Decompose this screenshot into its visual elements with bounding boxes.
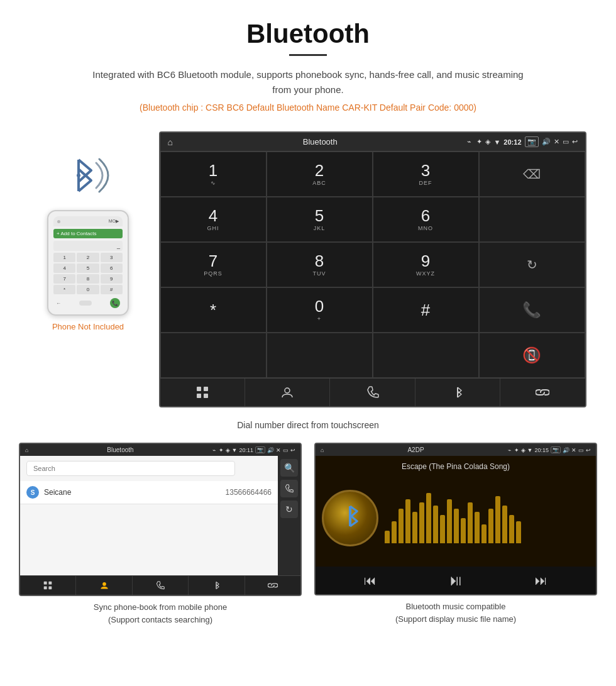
dial-status-bar: ⌂ Bluetooth ⌁ ✦ ◈ ▼ 20:12 📷 🔊 ✕ ▭ ↩ [160, 133, 585, 151]
viz-bar [468, 502, 473, 543]
dial-key-0[interactable]: 0 + [267, 287, 373, 333]
phone-key-6[interactable]: 6 [101, 263, 123, 273]
toolbar-phone-btn[interactable] [330, 379, 415, 406]
viz-bar [475, 512, 480, 543]
dial-key-6[interactable]: 6 MNO [373, 197, 479, 242]
phone-key-2[interactable]: 2 [77, 253, 99, 262]
dial-key-7[interactable]: 7 PQRS [160, 242, 267, 287]
music-caption: Bluetooth music compatible (Support disp… [389, 595, 522, 625]
dial-key-5[interactable]: 5 JKL [267, 197, 373, 242]
music-cam-icon[interactable]: 📷 [551, 446, 561, 453]
pb-home-icon[interactable]: ⌂ [25, 447, 28, 453]
phone-key-0[interactable]: 0 [77, 285, 99, 294]
toolbar-bluetooth-btn[interactable] [415, 379, 500, 406]
phone-key-4[interactable]: 4 [53, 263, 75, 273]
pb-contact-entry[interactable]: S Seicane 13566664466 [20, 481, 278, 504]
music-win-icon[interactable]: ▭ [578, 447, 584, 453]
close-x-icon[interactable]: ✕ [554, 138, 559, 146]
viz-bar [433, 506, 438, 543]
pb-search-input[interactable] [26, 461, 235, 476]
phone-home-btn[interactable] [79, 301, 92, 306]
phone-key-1[interactable]: 1 [53, 253, 75, 262]
dial-key-3[interactable]: 3 DEF [373, 152, 479, 197]
pb-cam-icon[interactable]: 📷 [255, 446, 265, 453]
phone-key-3[interactable]: 3 [101, 253, 123, 262]
dial-call-btn[interactable]: 📞 [479, 287, 585, 333]
pb-refresh-btn[interactable]: ↻ [280, 501, 298, 518]
home-icon[interactable]: ⌂ [168, 137, 173, 147]
phone-key-hash[interactable]: # [101, 285, 123, 294]
dial-end-call-btn[interactable]: 📵 [479, 333, 585, 378]
phone-back-btn[interactable]: ← [56, 301, 61, 306]
phonebook-list: S Seicane 13566664466 [20, 456, 278, 575]
pb-x-icon[interactable]: ✕ [276, 447, 281, 453]
svg-rect-3 [204, 387, 208, 391]
svg-rect-5 [204, 394, 208, 398]
dial-key-star[interactable]: * [160, 287, 267, 333]
pb-win-icon[interactable]: ▭ [283, 447, 289, 453]
volume-icon[interactable]: 🔊 [542, 138, 551, 146]
dial-key-1[interactable]: 1 ∿ [160, 152, 267, 197]
toolbar-grid-btn[interactable] [160, 379, 245, 406]
viz-bar [426, 493, 431, 543]
back-arrow-icon[interactable]: ↩ [572, 138, 578, 146]
viz-bar [405, 499, 410, 543]
pb-title: Bluetooth [31, 446, 209, 453]
pb-tb-phone[interactable] [133, 576, 189, 595]
music-x-icon[interactable]: ✕ [571, 447, 576, 453]
status-time: 20:12 [503, 138, 521, 146]
pb-search-btn[interactable]: 🔍 [280, 459, 298, 477]
pb-status-bar: ⌂ Bluetooth ⌁ ✦ ◈ ▼ 20:11 📷 🔊 ✕ ▭ ↩ [20, 444, 300, 456]
pb-caption-line2: (Support contacts searching) [108, 615, 212, 624]
signal-icon: ▼ [493, 138, 500, 146]
bt-status-icon: ✦ [476, 138, 482, 146]
music-time: 20:15 [534, 447, 549, 453]
music-next-btn[interactable]: ⏭ [535, 573, 547, 588]
phone-call-btn[interactable]: 📞 [110, 298, 120, 308]
dial-key-9[interactable]: 9 WXYZ [373, 242, 479, 287]
dial-backspace-btn[interactable]: ⌫ [479, 152, 585, 197]
phone-key-star[interactable]: * [53, 285, 75, 294]
dial-key-2[interactable]: 2 ABC [267, 152, 373, 197]
dial-refresh-btn[interactable]: ↻ [479, 242, 585, 287]
dial-key-hash[interactable]: # [373, 287, 479, 333]
pb-back-icon[interactable]: ↩ [290, 447, 295, 453]
phone-key-7[interactable]: 7 [53, 274, 75, 284]
pb-tb-person[interactable] [76, 576, 132, 595]
phone-key-5[interactable]: 5 [77, 263, 99, 273]
phone-key-8[interactable]: 8 [77, 274, 99, 284]
phone-key-9[interactable]: 9 [101, 274, 123, 284]
viz-bar [419, 502, 424, 543]
pb-tb-link[interactable] [245, 576, 300, 595]
viz-bar [502, 506, 507, 543]
phone-bottom-bar: ← 📞 [53, 297, 123, 309]
dial-key-4[interactable]: 4 GHI [160, 197, 267, 242]
person-icon [281, 386, 294, 399]
music-screen-wrap: ⌂ A2DP ⌁ ✦ ◈ ▼ 20:15 📷 🔊 ✕ ▭ ↩ Escape (T… [314, 443, 597, 626]
pb-side-actions: 🔍 ↻ [278, 456, 300, 575]
music-prev-btn[interactable]: ⏮ [364, 573, 377, 588]
pb-tb-bluetooth[interactable] [189, 576, 245, 595]
camera-icon[interactable]: 📷 [525, 136, 539, 147]
toolbar-link-btn[interactable] [500, 379, 585, 406]
svg-rect-4 [197, 394, 201, 398]
window-icon[interactable]: ▭ [563, 138, 569, 146]
music-vol-icon[interactable]: 🔊 [563, 447, 569, 453]
end-call-icon: 📵 [522, 346, 541, 364]
pb-caption-line1: Sync phone-book from mobile phone [94, 602, 227, 612]
pb-tb-grid[interactable] [20, 576, 76, 595]
car-dial-screen: ⌂ Bluetooth ⌁ ✦ ◈ ▼ 20:12 📷 🔊 ✕ ▭ ↩ 1 ∿ [159, 131, 586, 407]
music-back-icon[interactable]: ↩ [586, 447, 591, 453]
music-play-btn[interactable]: ⏯ [448, 572, 463, 589]
pb-phone-btn[interactable] [280, 480, 298, 497]
toolbar-person-btn[interactable] [245, 379, 330, 406]
music-album-art [322, 490, 378, 546]
pb-loc-icon: ◈ [226, 447, 230, 453]
dial-key-8[interactable]: 8 TUV [267, 242, 373, 287]
pb-vol-icon[interactable]: 🔊 [267, 447, 274, 453]
location-icon: ◈ [485, 138, 490, 146]
music-home-icon[interactable]: ⌂ [321, 447, 324, 453]
pb-toolbar [20, 575, 300, 595]
viz-bar [447, 499, 452, 543]
pb-person-icon [100, 581, 109, 590]
